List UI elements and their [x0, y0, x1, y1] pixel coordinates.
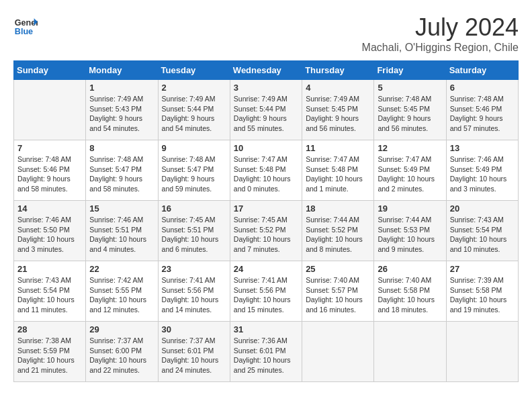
calendar-cell: 20Sunrise: 7:43 AMSunset: 5:54 PMDayligh…: [446, 201, 518, 261]
day-info: Sunrise: 7:49 AMSunset: 5:45 PMDaylight:…: [306, 94, 370, 134]
day-info: Sunrise: 7:45 AMSunset: 5:51 PMDaylight:…: [162, 215, 226, 255]
calendar-cell: 17Sunrise: 7:45 AMSunset: 5:52 PMDayligh…: [230, 201, 302, 261]
day-number: 2: [162, 83, 226, 93]
calendar-cell: 11Sunrise: 7:47 AMSunset: 5:48 PMDayligh…: [302, 140, 374, 201]
calendar-cell: 10Sunrise: 7:47 AMSunset: 5:48 PMDayligh…: [230, 140, 302, 201]
day-number: 5: [378, 83, 442, 93]
calendar-cell: 6Sunrise: 7:48 AMSunset: 5:46 PMDaylight…: [446, 80, 518, 140]
calendar-cell: 16Sunrise: 7:45 AMSunset: 5:51 PMDayligh…: [158, 201, 230, 261]
calendar-cell: [446, 322, 518, 382]
day-header-friday: Friday: [374, 61, 446, 80]
day-number: 28: [17, 324, 82, 334]
day-number: 4: [306, 83, 370, 93]
day-info: Sunrise: 7:48 AMSunset: 5:46 PMDaylight:…: [450, 94, 515, 134]
title-section: July 2024 Machali, O'Higgins Region, Chi…: [362, 13, 519, 54]
day-number: 17: [234, 203, 298, 214]
day-info: Sunrise: 7:43 AMSunset: 5:54 PMDaylight:…: [17, 275, 82, 315]
calendar-cell: 29Sunrise: 7:37 AMSunset: 6:00 PMDayligh…: [86, 322, 158, 382]
day-info: Sunrise: 7:48 AMSunset: 5:47 PMDaylight:…: [162, 154, 226, 194]
day-number: 12: [378, 143, 442, 153]
day-info: Sunrise: 7:41 AMSunset: 5:56 PMDaylight:…: [234, 275, 298, 315]
location-subtitle: Machali, O'Higgins Region, Chile: [362, 42, 519, 54]
day-info: Sunrise: 7:37 AMSunset: 6:00 PMDaylight:…: [89, 336, 154, 375]
calendar-cell: 4Sunrise: 7:49 AMSunset: 5:45 PMDaylight…: [302, 80, 374, 140]
calendar-week-5: 28Sunrise: 7:38 AMSunset: 5:59 PMDayligh…: [14, 322, 519, 382]
logo-icon: General Blue: [13, 13, 38, 38]
calendar-cell: 23Sunrise: 7:41 AMSunset: 5:56 PMDayligh…: [158, 261, 230, 322]
calendar-cell: 22Sunrise: 7:42 AMSunset: 5:55 PMDayligh…: [86, 261, 158, 322]
day-info: Sunrise: 7:47 AMSunset: 5:48 PMDaylight:…: [234, 154, 298, 194]
day-number: 24: [234, 264, 298, 274]
month-year-title: July 2024: [362, 13, 519, 42]
calendar-cell: 5Sunrise: 7:48 AMSunset: 5:45 PMDaylight…: [374, 80, 446, 140]
calendar-table: SundayMondayTuesdayWednesdayThursdayFrid…: [13, 60, 519, 382]
day-info: Sunrise: 7:42 AMSunset: 5:55 PMDaylight:…: [89, 275, 154, 315]
calendar-header-row: SundayMondayTuesdayWednesdayThursdayFrid…: [14, 61, 519, 80]
day-info: Sunrise: 7:46 AMSunset: 5:50 PMDaylight:…: [17, 215, 82, 255]
calendar-week-3: 14Sunrise: 7:46 AMSunset: 5:50 PMDayligh…: [14, 201, 519, 261]
day-info: Sunrise: 7:49 AMSunset: 5:44 PMDaylight:…: [234, 94, 298, 134]
calendar-cell: 28Sunrise: 7:38 AMSunset: 5:59 PMDayligh…: [14, 322, 86, 382]
calendar-cell: 3Sunrise: 7:49 AMSunset: 5:44 PMDaylight…: [230, 80, 302, 140]
page-header: General Blue July 2024 Machali, O'Higgin…: [13, 13, 519, 54]
day-info: Sunrise: 7:37 AMSunset: 6:01 PMDaylight:…: [162, 336, 226, 375]
day-info: Sunrise: 7:48 AMSunset: 5:46 PMDaylight:…: [17, 154, 82, 194]
calendar-cell: 14Sunrise: 7:46 AMSunset: 5:50 PMDayligh…: [14, 201, 86, 261]
calendar-cell: 27Sunrise: 7:39 AMSunset: 5:58 PMDayligh…: [446, 261, 518, 322]
calendar-week-4: 21Sunrise: 7:43 AMSunset: 5:54 PMDayligh…: [14, 261, 519, 322]
day-info: Sunrise: 7:43 AMSunset: 5:54 PMDaylight:…: [450, 215, 515, 255]
day-info: Sunrise: 7:47 AMSunset: 5:48 PMDaylight:…: [306, 154, 370, 194]
day-info: Sunrise: 7:46 AMSunset: 5:49 PMDaylight:…: [450, 154, 515, 194]
calendar-cell: 26Sunrise: 7:40 AMSunset: 5:58 PMDayligh…: [374, 261, 446, 322]
day-number: 18: [306, 203, 370, 214]
day-number: 19: [378, 203, 442, 214]
day-header-monday: Monday: [86, 61, 158, 80]
day-info: Sunrise: 7:39 AMSunset: 5:58 PMDaylight:…: [450, 275, 515, 315]
day-info: Sunrise: 7:40 AMSunset: 5:57 PMDaylight:…: [306, 275, 370, 315]
calendar-cell: 31Sunrise: 7:36 AMSunset: 6:01 PMDayligh…: [230, 322, 302, 382]
day-number: 1: [89, 83, 154, 93]
day-number: 13: [450, 143, 515, 153]
day-number: 27: [450, 264, 515, 274]
calendar-week-2: 7Sunrise: 7:48 AMSunset: 5:46 PMDaylight…: [14, 140, 519, 201]
day-number: 15: [89, 203, 154, 214]
day-number: 26: [378, 264, 442, 274]
day-number: 20: [450, 203, 515, 214]
day-info: Sunrise: 7:44 AMSunset: 5:53 PMDaylight:…: [378, 215, 442, 255]
day-number: 14: [17, 203, 82, 214]
day-info: Sunrise: 7:48 AMSunset: 5:47 PMDaylight:…: [89, 154, 154, 194]
day-number: 23: [162, 264, 226, 274]
day-number: 6: [450, 83, 515, 93]
day-info: Sunrise: 7:41 AMSunset: 5:56 PMDaylight:…: [162, 275, 226, 315]
calendar-cell: 30Sunrise: 7:37 AMSunset: 6:01 PMDayligh…: [158, 322, 230, 382]
day-number: 3: [234, 83, 298, 93]
calendar-cell: 18Sunrise: 7:44 AMSunset: 5:52 PMDayligh…: [302, 201, 374, 261]
day-header-wednesday: Wednesday: [230, 61, 302, 80]
day-number: 22: [89, 264, 154, 274]
day-number: 8: [89, 143, 154, 153]
day-header-saturday: Saturday: [446, 61, 518, 80]
calendar-cell: 21Sunrise: 7:43 AMSunset: 5:54 PMDayligh…: [14, 261, 86, 322]
day-info: Sunrise: 7:45 AMSunset: 5:52 PMDaylight:…: [234, 215, 298, 255]
day-number: 29: [89, 324, 154, 334]
day-info: Sunrise: 7:49 AMSunset: 5:43 PMDaylight:…: [89, 94, 154, 134]
calendar-week-1: 1Sunrise: 7:49 AMSunset: 5:43 PMDaylight…: [14, 80, 519, 140]
calendar-cell: 19Sunrise: 7:44 AMSunset: 5:53 PMDayligh…: [374, 201, 446, 261]
calendar-cell: 13Sunrise: 7:46 AMSunset: 5:49 PMDayligh…: [446, 140, 518, 201]
day-info: Sunrise: 7:46 AMSunset: 5:51 PMDaylight:…: [89, 215, 154, 255]
calendar-cell: 12Sunrise: 7:47 AMSunset: 5:49 PMDayligh…: [374, 140, 446, 201]
calendar-cell: [14, 80, 86, 140]
calendar-cell: 7Sunrise: 7:48 AMSunset: 5:46 PMDaylight…: [14, 140, 86, 201]
day-number: 16: [162, 203, 226, 214]
calendar-cell: 8Sunrise: 7:48 AMSunset: 5:47 PMDaylight…: [86, 140, 158, 201]
calendar-cell: 2Sunrise: 7:49 AMSunset: 5:44 PMDaylight…: [158, 80, 230, 140]
logo: General Blue: [13, 13, 38, 38]
day-info: Sunrise: 7:36 AMSunset: 6:01 PMDaylight:…: [234, 336, 298, 375]
day-info: Sunrise: 7:40 AMSunset: 5:58 PMDaylight:…: [378, 275, 442, 315]
day-number: 21: [17, 264, 82, 274]
day-info: Sunrise: 7:44 AMSunset: 5:52 PMDaylight:…: [306, 215, 370, 255]
day-header-thursday: Thursday: [302, 61, 374, 80]
day-number: 7: [17, 143, 82, 153]
day-number: 11: [306, 143, 370, 153]
day-info: Sunrise: 7:48 AMSunset: 5:45 PMDaylight:…: [378, 94, 442, 134]
